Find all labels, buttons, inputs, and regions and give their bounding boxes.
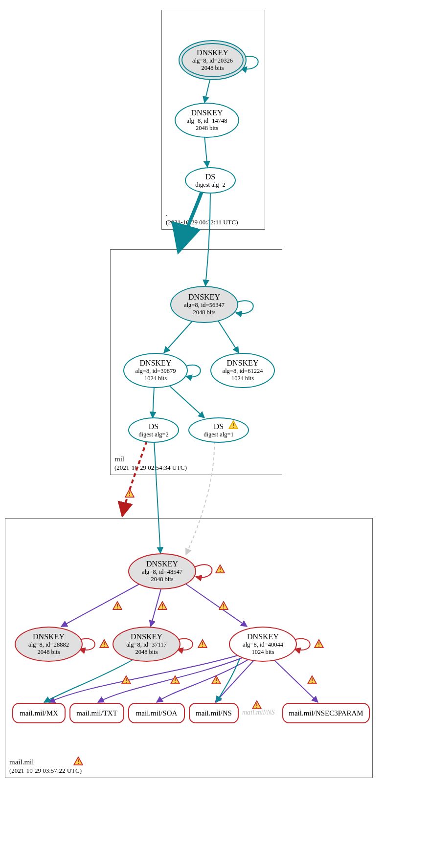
dnskey-bits: 2048 bits [37,649,60,656]
zone-mailmil-label: mail.mil (2021-10-29 03:57:22 UTC) [9,758,82,775]
dnskey-title: DNSKEY [197,48,228,57]
dnskey-bits: 2048 bits [193,309,215,316]
dnskey-alg: alg=8, id=14748 [187,117,227,125]
dnskey-bits: 2048 bits [135,649,158,656]
dnskey-alg: alg=8, id=28882 [28,641,69,649]
dnskey-title: DNSKEY [247,632,279,641]
mm-soa: mail.mil/SOA [128,703,185,723]
dnskey-alg: alg=8, id=61224 [223,368,263,375]
zone-mil-ts: (2021-10-29 02:54:34 UTC) [114,464,187,471]
warning-icon [314,639,324,648]
zone-mil-name: mil [114,455,124,463]
dnskey-title: DNSKEY [131,632,162,641]
warning-icon [121,675,131,684]
warning-icon [125,489,135,498]
rr-label: mail.mil/TXT [76,709,117,717]
dnskey-alg: alg=8, id=48547 [142,568,182,576]
mm-dnskey-40044: DNSKEY alg=8, id=40044 1024 bits [229,627,297,662]
dnskey-title: DNSKEY [227,359,259,368]
warning-icon [113,601,122,610]
mil-ds-alg2: DS digest alg=2 [128,417,179,443]
root-dnskey-14748: DNSKEY alg=8, id=14748 2048 bits [175,103,239,138]
mil-dnskey-39879: DNSKEY alg=8, id=39879 1024 bits [123,353,188,388]
root-ds: DS digest alg=2 [185,167,236,194]
warning-icon [158,601,167,610]
ds-alg: digest alg=1 [203,431,234,438]
dnskey-bits: 1024 bits [231,375,254,382]
zone-root-label: . (2021-10-29 00:32:11 UTC) [166,210,238,226]
dnskey-bits: 2048 bits [151,576,173,583]
mil-dnskey-56347: DNSKEY alg=8, id=56347 2048 bits [170,286,238,323]
rr-label: mail.mil/NS [196,709,232,717]
dnskey-title: DNSKEY [146,560,178,568]
zone-root-ts: (2021-10-29 00:32:11 UTC) [166,218,238,226]
dnskey-bits: 2048 bits [196,125,218,132]
dnskey-alg: alg=8, id=39879 [135,368,176,375]
rr-label: mail.mil/NSEC3PARAM [289,709,363,717]
zone-root-name: . [166,210,168,217]
dnskey-alg: alg=8, id=40044 [243,641,283,649]
warning-icon [219,601,228,610]
dnskey-alg: alg=8, id=56347 [184,302,225,309]
dnskey-title: DNSKEY [188,293,220,302]
ds-title: DS [205,173,215,181]
mm-ns-ghost: mail.mil/NS [242,709,275,716]
warning-icon [307,675,317,684]
mm-txt: mail.mil/TXT [69,703,124,723]
dnskey-alg: alg=8, id=37117 [126,641,166,649]
warning-icon [170,675,180,684]
warning-icon [228,420,238,429]
dnskey-title: DNSKEY [33,632,65,641]
dnskey-title: DNSKEY [191,108,223,117]
root-dnskey-20326: DNSKEY alg=8, id=20326 2048 bits [179,40,247,80]
mm-mx: mail.mil/MX [12,703,66,723]
mm-ns: mail.mil/NS [189,703,239,723]
dnskey-title: DNSKEY [140,359,172,368]
rr-label: mail.mil/NS [242,709,275,716]
mil-dnskey-61224: DNSKEY alg=8, id=61224 1024 bits [210,353,275,388]
warning-icon [99,639,109,648]
ds-title: DS [149,422,158,431]
ds-title: DS [214,422,224,431]
zone-mil-label: mil (2021-10-29 02:54:34 UTC) [114,455,187,472]
mm-dnskey-37117: DNSKEY alg=8, id=37117 2048 bits [113,627,181,662]
warning-icon [211,675,221,684]
ds-alg: digest alg=2 [195,181,226,189]
zone-mailmil-name: mail.mil [9,758,34,766]
zone-mailmil-ts: (2021-10-29 03:57:22 UTC) [9,767,82,774]
mm-nsec3param: mail.mil/NSEC3PARAM [282,703,370,723]
dnskey-bits: 2048 bits [201,65,224,72]
dnskey-bits: 1024 bits [144,375,167,382]
rr-label: mail.mil/MX [20,709,58,717]
warning-icon [215,564,225,573]
rr-label: mail.mil/SOA [136,709,178,717]
warning-icon [73,757,83,765]
dnskey-alg: alg=8, id=20326 [192,57,233,65]
mil-ds-alg1: DS digest alg=1 [188,417,249,443]
warning-icon [198,639,207,648]
mm-dnskey-28882: DNSKEY alg=8, id=28882 2048 bits [15,627,83,662]
mm-dnskey-48547: DNSKEY alg=8, id=48547 2048 bits [128,553,196,589]
dnskey-bits: 1024 bits [251,649,274,656]
ds-alg: digest alg=2 [138,431,169,438]
warning-icon [252,700,262,709]
